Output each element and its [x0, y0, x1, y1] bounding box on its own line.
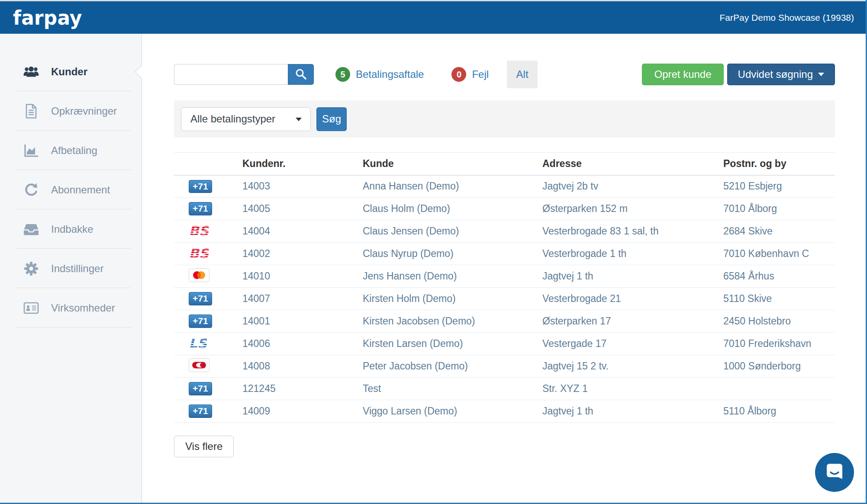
payment-icon-fi71: +71 — [189, 292, 212, 305]
search-input[interactable] — [174, 64, 288, 85]
cell-postnr: 7010 Ålborg — [720, 198, 835, 220]
cell-postnr: 6584 Århus — [720, 265, 835, 288]
table-row[interactable]: BS 14004 Claus Jensen (Demo) Vesterbroga… — [174, 220, 835, 243]
sidebar-item-label: Opkrævninger — [51, 105, 117, 117]
filter-label: Fejl — [472, 68, 489, 80]
sidebar-item-abonnement[interactable]: Abonnement — [0, 170, 142, 209]
table-row[interactable]: +71 14005 Claus Holm (Demo) Østerparken … — [174, 198, 835, 220]
payment-icon-fi71: +71 — [189, 202, 212, 215]
customers-table: Kundenr. Kunde Adresse Postnr. og by +71… — [174, 152, 835, 423]
sidebar-item-afbetaling[interactable]: Afbetaling — [0, 131, 142, 170]
cell-postnr: 7010 København C — [720, 243, 835, 265]
search-icon — [294, 67, 307, 82]
chat-widget-button[interactable] — [815, 453, 854, 492]
create-customer-button[interactable]: Opret kunde — [642, 64, 723, 85]
refresh-icon — [23, 183, 40, 197]
search-group — [174, 64, 314, 85]
table-row[interactable]: 14008 Peter Jacobsen (Demo) Jagtvej 15 2… — [174, 355, 835, 378]
advanced-search-button[interactable]: Udvidet søgning — [727, 64, 835, 85]
cell-kunde: Peter Jacobsen (Demo) — [359, 355, 539, 378]
cell-kundenr: 14005 — [239, 198, 359, 220]
cell-kundenr: 14006 — [239, 333, 359, 355]
inbox-icon — [23, 222, 40, 236]
payment-icon-bs: BS — [189, 225, 209, 238]
cell-kunde: Claus Jensen (Demo) — [359, 220, 539, 243]
account-name: FarPay Demo Showcase (19938) — [720, 13, 854, 23]
sidebar-item-indbakke[interactable]: Indbakke — [0, 209, 142, 249]
id-card-icon — [23, 301, 40, 315]
cell-postnr: 2684 Skive — [720, 220, 835, 243]
gear-icon — [23, 261, 40, 276]
sidebar-item-label: Afbetaling — [51, 144, 97, 157]
sidebar-item-indstillinger[interactable]: Indstillinger — [0, 249, 142, 288]
cell-adresse: Østerparken 152 m — [539, 198, 720, 220]
cell-adresse: Jagtvej 2b tv — [539, 175, 720, 198]
payment-icon-mastercard — [189, 268, 209, 282]
sidebar-item-label: Abonnement — [51, 184, 110, 196]
sidebar-menu: Kunder Opkrævninger Afbetaling Abonnemen… — [0, 34, 142, 327]
chevron-down-icon — [296, 118, 302, 121]
cell-kunde: Claus Holm (Demo) — [359, 198, 539, 220]
cell-adresse: Vesterbrogade 1 th — [539, 243, 720, 265]
table-row[interactable]: +71 121245 Test Str. XYZ 1 — [174, 378, 835, 400]
filter-search-button[interactable]: Søg — [316, 107, 347, 131]
cell-adresse: Østerparken 17 — [539, 310, 720, 333]
payment-icon-fi71: +71 — [189, 382, 212, 395]
sidebar-item-label: Indstillinger — [51, 263, 103, 275]
payment-type-select[interactable]: Alle betalingstyper — [181, 107, 311, 131]
table-row[interactable]: +71 14007 Kirsten Holm (Demo) Vesterbrog… — [174, 288, 835, 310]
cell-kunde: Kirsten Holm (Demo) — [359, 288, 539, 310]
cell-adresse: Vesterbrogade 83 1 sal, th — [539, 220, 720, 243]
cell-kundenr: 14003 — [239, 175, 359, 198]
payment-icon-fi71: +71 — [189, 315, 212, 327]
sidebar-item-label: Kunder — [51, 66, 87, 78]
cell-postnr: 5110 Ålborg — [720, 400, 835, 423]
cell-kunde: Kirsten Larsen (Demo) — [359, 333, 539, 355]
table-row[interactable]: +71 14003 Anna Hansen (Demo) Jagtvej 2b … — [174, 175, 835, 198]
users-icon — [23, 65, 40, 79]
filter-betalingsaftale[interactable]: 5 Betalingsaftale — [335, 67, 424, 82]
status-filters: 5 Betalingsaftale 0 Fejl — [335, 67, 489, 82]
cell-kundenr: 14002 — [239, 243, 359, 265]
table-row[interactable]: +71 14001 Kirsten Jacobsen (Demo) Østerp… — [174, 310, 835, 333]
payment-icon-dankort — [189, 358, 209, 372]
sidebar-item-virksomheder[interactable]: Virksomheder — [0, 288, 142, 327]
cell-adresse: Vestergade 17 — [539, 333, 720, 355]
table-row[interactable]: +71 14009 Viggo Larsen (Demo) Jagtvej 1 … — [174, 400, 835, 423]
search-button[interactable] — [288, 64, 314, 85]
count-badge: 5 — [335, 67, 350, 82]
cell-adresse: Jagtvej 1 th — [539, 400, 720, 423]
tab-alt[interactable]: Alt — [507, 61, 538, 88]
cell-kundenr: 14010 — [239, 265, 359, 288]
filter-label: Betalingsaftale — [356, 68, 424, 80]
payment-type-selected-value: Alle betalingstyper — [190, 113, 275, 125]
main-content: 5 Betalingsaftale 0 Fejl Alt Opret kunde… — [142, 34, 867, 504]
farpay-logo[interactable]: farpay — [13, 8, 82, 28]
show-more-button[interactable]: Vis flere — [174, 436, 234, 457]
sidebar-item-kunder[interactable]: Kunder — [0, 52, 142, 91]
table-row[interactable]: BS 14002 Claus Nyrup (Demo) Vesterbrogad… — [174, 243, 835, 265]
payment-icon-fi71: +71 — [189, 180, 212, 193]
cell-kundenr: 14001 — [239, 310, 359, 333]
cell-postnr: 5210 Esbjerg — [720, 175, 835, 198]
topbar: farpay FarPay Demo Showcase (19938) — [0, 0, 867, 34]
payment-icon-ls: LS — [189, 337, 207, 350]
table-row[interactable]: LS 14006 Kirsten Larsen (Demo) Vestergad… — [174, 333, 835, 355]
cell-adresse: Jagtvej 15 2 tv. — [539, 355, 720, 378]
header-payment-icon — [174, 153, 239, 175]
table-row[interactable]: 14010 Jens Hansen (Demo) Jagtvej 1 th 65… — [174, 265, 835, 288]
cell-kundenr: 14004 — [239, 220, 359, 243]
sidebar-item-opkraevninger[interactable]: Opkrævninger — [0, 91, 142, 131]
area-chart-icon — [23, 143, 40, 158]
document-icon — [23, 103, 40, 119]
cell-postnr — [720, 378, 835, 400]
cell-postnr: 5110 Skive — [720, 288, 835, 310]
count-badge: 0 — [451, 67, 466, 82]
filter-fejl[interactable]: 0 Fejl — [451, 67, 489, 82]
cell-kunde: Viggo Larsen (Demo) — [359, 400, 539, 423]
filter-panel: Alle betalingstyper Søg — [174, 100, 835, 138]
chevron-down-icon — [818, 73, 824, 76]
sidebar: Kunder Opkrævninger Afbetaling Abonnemen… — [0, 34, 142, 504]
payment-icon-bs: BS — [189, 247, 209, 260]
farpay-app: farpay FarPay Demo Showcase (19938) Kund… — [0, 0, 867, 504]
